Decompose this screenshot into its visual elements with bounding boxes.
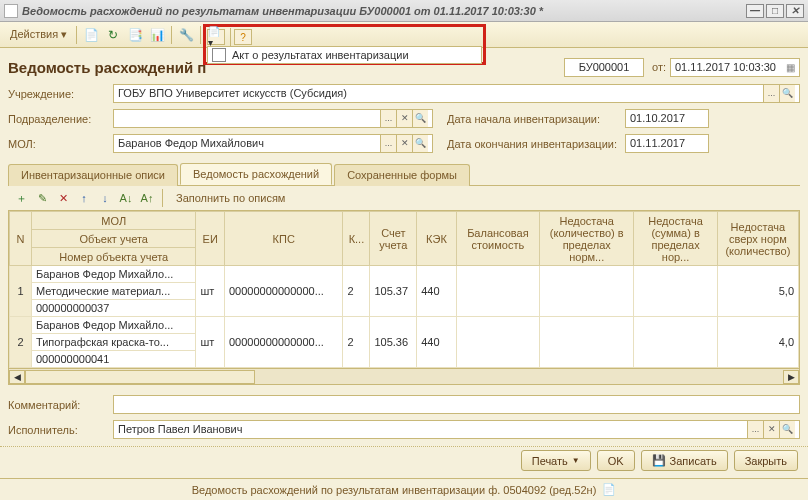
menu-item-act-results[interactable]: Акт о результатах инвентаризации xyxy=(232,49,409,61)
menu-item-icon xyxy=(212,48,226,62)
col-acc[interactable]: Счет учета xyxy=(370,212,417,266)
window-title: Ведомость расхождений по результатам инв… xyxy=(22,5,543,17)
tab-inventory-lists[interactable]: Инвентаризационные описи xyxy=(8,164,178,186)
col-bal[interactable]: Балансовая стоимость xyxy=(456,212,539,266)
grid-delete-icon[interactable]: ✕ xyxy=(54,189,72,207)
grid-fill-button[interactable]: Заполнить по описям xyxy=(169,189,292,207)
dend-input[interactable]: 01.11.2017 xyxy=(625,134,709,153)
dept-select-button[interactable]: ... xyxy=(380,110,396,127)
table-row[interactable]: 2Баранов Федор Михайло...шт0000000000000… xyxy=(10,317,799,334)
scroll-thumb[interactable] xyxy=(25,370,255,384)
table-row[interactable]: 1Баранов Федор Михайло...шт0000000000000… xyxy=(10,266,799,283)
toolbar-refresh-icon[interactable]: ↻ xyxy=(104,26,122,44)
status-text: Ведомость расхождений по результатам инв… xyxy=(192,484,597,496)
org-open-button[interactable]: 🔍 xyxy=(779,85,795,102)
footer-buttons: Печать▼ OK 💾 Записать Закрыть xyxy=(0,446,808,474)
save-button[interactable]: 💾 Записать xyxy=(641,450,728,471)
mol-input[interactable]: Баранов Федор Михайлович ... ✕ 🔍 xyxy=(113,134,433,153)
col-kps[interactable]: КПС xyxy=(225,212,343,266)
col-obj[interactable]: Объект учета xyxy=(31,230,196,248)
status-icon[interactable]: 📄 xyxy=(602,483,616,496)
label-ot: от: xyxy=(652,61,666,73)
col-mol[interactable]: МОЛ xyxy=(31,212,196,230)
comment-input[interactable] xyxy=(113,395,800,414)
org-input[interactable]: ГОБУ ВПО Университет искусств (Субсидия)… xyxy=(113,84,800,103)
mol-value: Баранов Федор Михайлович xyxy=(118,135,264,152)
grid-sort-desc-icon[interactable]: A↑ xyxy=(138,189,156,207)
app-icon xyxy=(4,4,18,18)
dept-clear-button[interactable]: ✕ xyxy=(396,110,412,127)
exec-clear-button[interactable]: ✕ xyxy=(763,421,779,438)
grid-toolbar: ＋ ✎ ✕ ↑ ↓ A↓ A↑ Заполнить по описям xyxy=(8,186,800,210)
dend-label: Дата окончания инвентаризации: xyxy=(447,138,625,150)
col-nobj[interactable]: Номер объекта учета xyxy=(31,248,196,266)
org-select-button[interactable]: ... xyxy=(763,85,779,102)
ok-button[interactable]: OK xyxy=(597,450,635,471)
col-n[interactable]: N xyxy=(10,212,32,266)
grid-movedown-icon[interactable]: ↓ xyxy=(96,189,114,207)
dept-label: Подразделение: xyxy=(8,113,113,125)
help-icon[interactable]: ? xyxy=(234,29,252,45)
dept-open-button[interactable]: 🔍 xyxy=(412,110,428,127)
doc-number[interactable]: БУ000001 xyxy=(564,58,644,77)
org-label: Учреждение: xyxy=(8,88,113,100)
mol-select-button[interactable]: ... xyxy=(380,135,396,152)
tab-discrepancies[interactable]: Ведомость расхождений xyxy=(180,163,332,185)
create-from-icon[interactable]: 📄▾ xyxy=(207,29,225,45)
org-value: ГОБУ ВПО Университет искусств (Субсидия) xyxy=(118,85,347,102)
scroll-right-icon[interactable]: ▶ xyxy=(783,370,799,384)
toolbar-icon-4[interactable]: 📊 xyxy=(148,26,166,44)
toolbar-icon-3[interactable]: 📑 xyxy=(126,26,144,44)
exec-select-button[interactable]: ... xyxy=(747,421,763,438)
col-nsq[interactable]: Недостача сверх норм (количество) xyxy=(717,212,798,266)
minimize-button[interactable]: — xyxy=(746,4,764,18)
toolbar-icon-5[interactable]: 🔧 xyxy=(177,26,195,44)
calendar-icon[interactable]: ▦ xyxy=(786,59,795,76)
grid-add-icon[interactable]: ＋ xyxy=(12,189,30,207)
col-k[interactable]: К... xyxy=(343,212,370,266)
dept-input[interactable]: ... ✕ 🔍 xyxy=(113,109,433,128)
toolbar-icon-1[interactable]: 📄 xyxy=(82,26,100,44)
col-ns[interactable]: Недостача (сумма) в пределах нор... xyxy=(634,212,717,266)
col-nq[interactable]: Недостача (количество) в пределах норм..… xyxy=(540,212,634,266)
grid: N МОЛ ЕИ КПС К... Счет учета КЭК Балансо… xyxy=(8,210,800,385)
exec-value: Петров Павел Иванович xyxy=(118,421,242,438)
status-bar: Ведомость расхождений по результатам инв… xyxy=(0,478,808,500)
scroll-left-icon[interactable]: ◀ xyxy=(9,370,25,384)
mol-label: МОЛ: xyxy=(8,138,113,150)
actions-menu[interactable]: Действия ▾ xyxy=(4,26,73,43)
grid-moveup-icon[interactable]: ↑ xyxy=(75,189,93,207)
h-scrollbar[interactable]: ◀ ▶ xyxy=(9,368,799,384)
exec-label: Исполнитель: xyxy=(8,424,113,436)
grid-edit-icon[interactable]: ✎ xyxy=(33,189,51,207)
comment-label: Комментарий: xyxy=(8,399,113,411)
print-button[interactable]: Печать▼ xyxy=(521,450,591,471)
grid-sort-asc-icon[interactable]: A↓ xyxy=(117,189,135,207)
popup-toolbar: 📄▾ ? xyxy=(207,28,254,46)
tab-saved-forms[interactable]: Сохраненные формы xyxy=(334,164,470,186)
footer-close-button[interactable]: Закрыть xyxy=(734,450,798,471)
mol-clear-button[interactable]: ✕ xyxy=(396,135,412,152)
mol-open-button[interactable]: 🔍 xyxy=(412,135,428,152)
close-button[interactable]: ✕ xyxy=(786,4,804,18)
dstart-input[interactable]: 01.10.2017 xyxy=(625,109,709,128)
save-icon: 💾 xyxy=(652,454,666,467)
tabs: Инвентаризационные описи Ведомость расхо… xyxy=(8,163,800,186)
maximize-button[interactable]: □ xyxy=(766,4,784,18)
exec-open-button[interactable]: 🔍 xyxy=(779,421,795,438)
doc-date[interactable]: 01.11.2017 10:03:30 ▦ xyxy=(670,58,800,77)
col-ei[interactable]: ЕИ xyxy=(196,212,225,266)
col-kek[interactable]: КЭК xyxy=(417,212,456,266)
titlebar: Ведомость расхождений по результатам инв… xyxy=(0,0,808,22)
popup-menu[interactable]: Акт о результатах инвентаризации xyxy=(207,46,482,64)
main-toolbar: Действия ▾ 📄 ↻ 📑 📊 🔧 xyxy=(0,22,808,48)
doc-date-value: 01.11.2017 10:03:30 xyxy=(675,59,776,76)
dstart-label: Дата начала инвентаризации: xyxy=(447,113,625,125)
exec-input[interactable]: Петров Павел Иванович ... ✕ 🔍 xyxy=(113,420,800,439)
